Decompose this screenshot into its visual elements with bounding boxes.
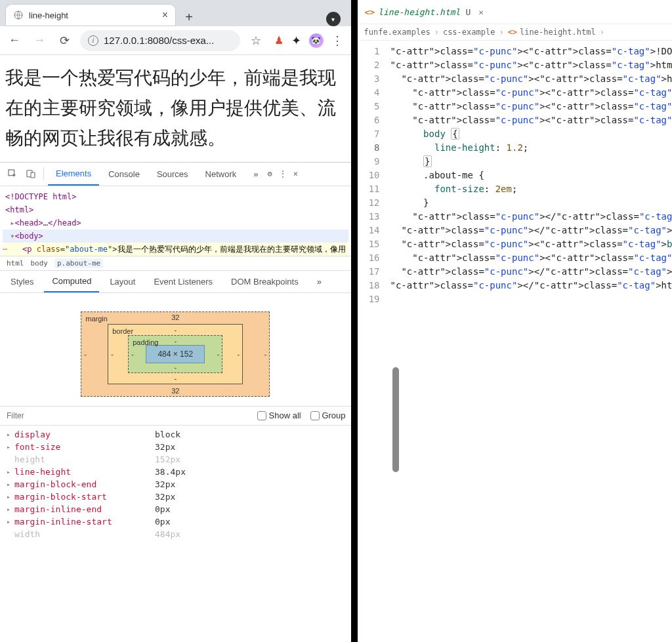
editor-tabstrip: <> line-height.html U × [358, 0, 672, 24]
boxmodel-border-label: border [112, 327, 133, 335]
subtab-layout[interactable]: Layout [102, 270, 143, 292]
page-content: 我是一个热爱写代码的少年，前端是我现在的主要研究领域，像用户提供优美、流畅的网页… [0, 55, 351, 162]
dom-breadcrumb[interactable]: html body p.about-me [0, 256, 351, 271]
devtools-menu-icon[interactable]: ⋮ [279, 169, 287, 178]
url-text: 127.0.0.1:8080/css-exa... [104, 35, 214, 46]
extension-icon[interactable]: ♟ [274, 34, 284, 47]
dom-p-about-me[interactable]: ⋯<p class="about-me">我是一个热爱写代码的少年，前端是我现在… [3, 243, 348, 256]
subtab-more[interactable]: » [309, 270, 329, 292]
editor-tab[interactable]: <> line-height.html U × [364, 7, 484, 17]
svg-rect-3 [31, 172, 35, 178]
new-tab-button[interactable]: + [180, 8, 198, 26]
devtools-subtabs: Styles Computed Layout Event Listeners D… [0, 271, 351, 293]
tab-title: line-height [29, 10, 157, 20]
tab-elements[interactable]: Elements [48, 162, 99, 186]
dom-body-selected[interactable]: ▾<body> [3, 230, 348, 243]
git-status-badge: U [465, 7, 471, 17]
code-editor: <> line-height.html U × funfe.examples› … [358, 0, 672, 642]
computed-row[interactable]: ▸font-size32px [7, 441, 350, 453]
code-area[interactable]: 12345678910111213141516171819 "c-attr">c… [358, 41, 672, 306]
reload-button[interactable]: ⟳ [55, 31, 74, 50]
inspect-icon[interactable] [4, 169, 21, 179]
code-file-icon: <> [508, 28, 517, 37]
devtools-close-icon[interactable]: × [293, 169, 298, 178]
computed-row[interactable]: ▸margin-inline-end0px [7, 503, 350, 515]
dom-tree[interactable]: <!DOCTYPE html> <html> ▸<head>…</head> ▾… [0, 186, 351, 256]
chrome-menu-button[interactable]: ⋮ [331, 33, 343, 48]
subtab-event-listeners[interactable]: Event Listeners [146, 270, 220, 292]
crumb-folder-sub[interactable]: css-example [443, 28, 495, 37]
address-bar[interactable]: i 127.0.0.1:8080/css-exa... [80, 30, 240, 51]
about-me-paragraph: 我是一个热爱写代码的少年，前端是我现在的主要研究领域，像用户提供优美、流畅的网页… [5, 68, 336, 148]
editor-tab-close-icon[interactable]: × [478, 7, 484, 17]
box-model: margin 32 32 - - border - - - - paddin [0, 293, 351, 406]
subtab-styles[interactable]: Styles [3, 270, 41, 292]
computed-filter-bar: Show all Group [0, 406, 351, 426]
close-icon[interactable]: × [162, 9, 168, 21]
back-button[interactable]: ← [5, 31, 24, 50]
boxmodel-margin-label: margin [85, 315, 108, 323]
globe-icon [13, 10, 24, 20]
gear-icon[interactable]: ⚙ [268, 169, 272, 178]
extensions-button[interactable]: ✦ [291, 33, 301, 48]
code-file-icon: <> [364, 7, 375, 17]
crumb-html[interactable]: html [7, 259, 24, 268]
tab-network[interactable]: Network [198, 162, 245, 186]
crumb-file[interactable]: line-height.html [520, 28, 596, 37]
boxmodel-padding-label: padding [133, 338, 158, 346]
crumb-body[interactable]: body [31, 259, 49, 268]
computed-row[interactable]: ▸margin-block-start32px [7, 491, 350, 503]
tab-more[interactable]: » [245, 162, 266, 186]
browser-tab[interactable]: line-height × [5, 4, 176, 26]
split-scrollbar[interactable] [392, 367, 399, 472]
computed-properties[interactable]: ▸displayblock▸font-size32pxheight152px▸l… [0, 426, 351, 544]
tab-console[interactable]: Console [100, 162, 148, 186]
window-menu-icon[interactable]: ▾ [326, 12, 341, 26]
devtools-panel: Elements Console Sources Network » ⚙ ⋮ ×… [0, 162, 351, 642]
profile-avatar[interactable]: 🐼 [309, 33, 324, 48]
device-toggle-icon[interactable] [22, 169, 39, 179]
computed-row[interactable]: ▸line-height38.4px [7, 466, 350, 478]
dom-html[interactable]: <html> [5, 205, 33, 214]
crumb-folder-root[interactable]: funfe.examples [364, 28, 430, 37]
dom-doctype: <!DOCTYPE html> [5, 192, 76, 201]
editor-breadcrumbs[interactable]: funfe.examples› css-example› <> line-hei… [358, 24, 672, 41]
group-toggle[interactable]: Group [310, 411, 346, 421]
filter-input[interactable] [5, 411, 45, 421]
site-info-icon[interactable]: i [88, 35, 98, 46]
crumb-p[interactable]: p.about-me [54, 258, 103, 268]
devtools-main-tabs: Elements Console Sources Network » ⚙ ⋮ × [0, 163, 351, 186]
browser-toolbar: ← → ⟳ i 127.0.0.1:8080/css-exa... ☆ ♟ ✦ … [0, 26, 351, 55]
forward-button: → [30, 31, 49, 50]
computed-row[interactable]: height152px [7, 453, 350, 466]
computed-row[interactable]: width484px [7, 528, 350, 540]
tab-sources[interactable]: Sources [149, 162, 196, 186]
subtab-dom-breakpoints[interactable]: DOM Breakpoints [223, 270, 306, 292]
boxmodel-content: 484 × 152 [146, 345, 205, 363]
bookmark-button[interactable]: ☆ [247, 31, 265, 50]
computed-row[interactable]: ▸displayblock [7, 428, 350, 441]
computed-row[interactable]: ▸margin-block-end32px [7, 478, 350, 491]
browser-tabstrip: line-height × + ▾ [0, 0, 351, 26]
subtab-computed[interactable]: Computed [44, 270, 99, 292]
editor-tab-title: line-height.html [378, 7, 460, 17]
show-all-toggle[interactable]: Show all [257, 411, 301, 421]
computed-row[interactable]: ▸margin-inline-start0px [7, 515, 350, 528]
